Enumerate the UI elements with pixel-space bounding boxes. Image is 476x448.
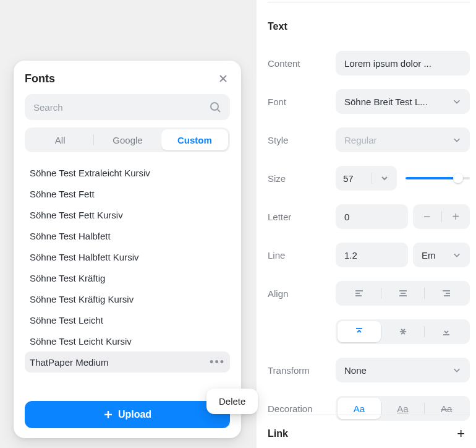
decoration-strike-button[interactable]: Aa: [425, 398, 468, 419]
label-transform: Transform: [268, 365, 336, 376]
text-inspector-panel: Text Content Lorem ipsum dolor ... Font …: [257, 0, 476, 448]
row-size: Size 57: [268, 166, 476, 191]
upload-button[interactable]: Upload: [25, 401, 230, 428]
align-left-button[interactable]: [338, 283, 381, 304]
font-item-label: Söhne Test Extraleicht Kursiv: [30, 168, 150, 178]
font-item-label: ThatPaper Medium: [30, 357, 109, 368]
tab-all[interactable]: All: [27, 129, 93, 150]
font-source-tabs: All Google Custom: [25, 127, 230, 152]
style-select[interactable]: Regular: [336, 127, 470, 152]
font-item[interactable]: Söhne Test Halbfett Kursiv: [25, 246, 230, 267]
tab-google[interactable]: Google: [94, 129, 161, 150]
decoration-strike-label: Aa: [441, 403, 452, 414]
divider: [268, 415, 470, 415]
font-item[interactable]: Söhne Test Extraleicht Kursiv: [25, 162, 230, 183]
row-letter: Letter 0 − +: [268, 204, 476, 229]
letter-increment[interactable]: +: [442, 210, 470, 224]
font-item[interactable]: Söhne Test Halbfett: [25, 225, 230, 246]
font-item-label: Söhne Test Halbfett: [30, 231, 111, 241]
size-slider[interactable]: [406, 166, 470, 191]
font-item-label: Söhne Test Kräftig Kursiv: [30, 294, 134, 304]
line-unit-value: Em: [422, 250, 436, 261]
valign-bottom-icon: [441, 327, 451, 337]
line-unit-select[interactable]: Em: [413, 243, 470, 267]
more-options-button[interactable]: •••: [210, 356, 225, 369]
search-icon: [209, 101, 221, 113]
size-stepper[interactable]: [372, 166, 397, 191]
chevron-down-icon: [453, 136, 461, 144]
font-select[interactable]: Söhne Breit Test L...: [336, 89, 470, 114]
valign-middle-icon: [398, 327, 408, 337]
content-field[interactable]: Lorem ipsum dolor ...: [336, 51, 470, 75]
font-item[interactable]: Söhne Test Fett Kursiv: [25, 204, 230, 225]
font-item-label: Söhne Test Leicht: [30, 315, 103, 325]
close-icon: [219, 74, 227, 83]
font-item-selected[interactable]: ThatPaper Medium •••: [25, 351, 230, 373]
slider-thumb[interactable]: [453, 173, 463, 183]
section-title-text: Text: [268, 21, 287, 32]
valign-group: [336, 319, 470, 344]
valign-top-button[interactable]: [338, 321, 381, 342]
decoration-none-label: Aa: [354, 403, 365, 414]
chevron-down-icon: [453, 97, 461, 106]
letter-value: 0: [344, 212, 349, 222]
search-field[interactable]: [25, 94, 230, 120]
row-font: Font Söhne Breit Test L...: [268, 89, 476, 114]
chevron-down-icon: [380, 173, 389, 183]
decoration-underline-label: Aa: [397, 403, 408, 414]
row-transform: Transform None: [268, 358, 476, 382]
decoration-group: Aa Aa Aa: [336, 396, 470, 421]
font-item[interactable]: Söhne Test Kräftig: [25, 267, 230, 288]
plus-icon: [103, 410, 113, 420]
size-input[interactable]: 57: [336, 166, 372, 191]
delete-label: Delete: [219, 396, 245, 407]
align-center-button[interactable]: [381, 283, 425, 304]
line-value: 1.2: [344, 250, 357, 261]
font-item[interactable]: Söhne Test Leicht: [25, 309, 230, 330]
align-left-icon: [354, 288, 364, 298]
label-link: Link: [268, 428, 288, 439]
decoration-underline-button[interactable]: Aa: [381, 398, 425, 419]
font-item[interactable]: Söhne Test Leicht Kursiv: [25, 330, 230, 351]
font-item-label: Söhne Test Kräftig: [30, 273, 105, 283]
row-content: Content Lorem ipsum dolor ...: [268, 51, 476, 75]
align-right-icon: [441, 288, 451, 298]
line-input[interactable]: 1.2: [336, 243, 408, 267]
label-decoration: Decoration: [268, 403, 336, 414]
row-style: Style Regular: [268, 127, 476, 152]
size-value: 57: [343, 173, 354, 184]
halign-group: [336, 281, 470, 306]
valign-bottom-button[interactable]: [425, 321, 468, 342]
svg-line-15: [218, 110, 220, 112]
upload-label: Upload: [118, 409, 151, 420]
row-align-v: [268, 319, 476, 344]
font-item-label: Söhne Test Fett Kursiv: [30, 210, 123, 220]
font-item[interactable]: Söhne Test Kräftig Kursiv: [25, 288, 230, 309]
fonts-panel: Fonts All Google Custom Söhne Test Extra…: [14, 61, 241, 438]
align-right-button[interactable]: [425, 283, 468, 304]
font-item-label: Söhne Test Fett: [30, 189, 95, 199]
close-button[interactable]: [216, 72, 230, 85]
font-item-label: Söhne Test Halbfett Kursiv: [30, 252, 138, 262]
font-list: Söhne Test Extraleicht Kursiv Söhne Test…: [25, 162, 230, 392]
tab-custom[interactable]: Custom: [161, 129, 228, 150]
label-line: Line: [268, 250, 336, 261]
label-size: Size: [268, 173, 336, 184]
letter-decrement[interactable]: −: [413, 210, 441, 224]
row-line: Line 1.2 Em: [268, 243, 476, 267]
delete-popover[interactable]: Delete: [206, 389, 258, 414]
style-value: Regular: [344, 135, 377, 145]
chevron-down-icon: [453, 366, 461, 374]
search-input[interactable]: [33, 102, 209, 113]
valign-top-icon: [354, 327, 364, 337]
transform-select[interactable]: None: [336, 358, 470, 382]
row-align-h: Align: [268, 281, 476, 306]
link-section-header[interactable]: Link +: [268, 426, 465, 442]
font-item-label: Söhne Test Leicht Kursiv: [30, 336, 132, 347]
plus-icon: +: [457, 426, 465, 442]
font-item[interactable]: Söhne Test Fett: [25, 183, 230, 204]
decoration-none-button[interactable]: Aa: [338, 398, 381, 419]
valign-middle-button[interactable]: [381, 321, 425, 342]
letter-input[interactable]: 0: [336, 204, 408, 229]
label-align: Align: [268, 288, 336, 299]
